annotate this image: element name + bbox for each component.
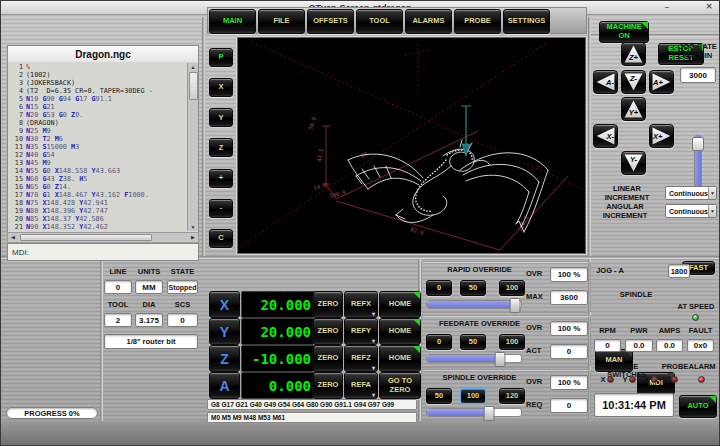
- slider-handle[interactable]: [692, 137, 704, 151]
- tab[interactable]: OFFSETS: [307, 9, 354, 34]
- tab[interactable]: FILE: [258, 9, 305, 34]
- gcode-file-panel: Dragon.ngc 1 % 2 (1002) 3 (JOKERSBACK) 4…: [7, 45, 199, 259]
- gcode-line[interactable]: 13 N45 M9: [9, 159, 186, 167]
- spindle-50-button[interactable]: 50: [426, 388, 452, 404]
- tab[interactable]: PROBE: [454, 9, 501, 34]
- tab[interactable]: MAIN: [209, 9, 256, 34]
- gcode-vertical-scrollbar[interactable]: ▲ ▼: [187, 63, 198, 231]
- gcode-line-text: (T2 D=6.35 CR=0. TAPER=30DEG -: [26, 87, 153, 95]
- axis-home-button[interactable]: GO TO ZERO: [379, 372, 421, 399]
- jog-a-minus-button[interactable]: A-: [593, 70, 618, 94]
- rapid-0-button[interactable]: 0: [426, 280, 452, 296]
- gcode-line[interactable]: 16 N65 G0 Z14.: [9, 183, 186, 191]
- view-button[interactable]: -: [209, 199, 233, 218]
- axis-home-button[interactable]: HOME: [379, 318, 421, 345]
- gcode-line[interactable]: 15 N60 G43 Z38. H5: [9, 175, 186, 183]
- spindle-100-button[interactable]: 100: [460, 388, 486, 404]
- scroll-up-icon[interactable]: ▲: [188, 63, 198, 71]
- slider-handle[interactable]: [484, 406, 495, 421]
- axis-home-button[interactable]: HOME: [379, 291, 421, 318]
- gcode-graphics-view[interactable]: 56.6 43.5 14.0 100.9 80 82.9 200.1: [237, 37, 586, 254]
- tool-value: 2: [104, 313, 132, 327]
- angular-increment-select[interactable]: Continuous ▼: [665, 204, 717, 218]
- scroll-down-icon[interactable]: ▼: [188, 223, 198, 231]
- rapid-50-button[interactable]: 50: [460, 280, 486, 296]
- tab[interactable]: ALARMS: [405, 9, 452, 34]
- axis-select-button[interactable]: A: [209, 372, 240, 399]
- axis-select-button[interactable]: Y: [209, 318, 240, 345]
- gcode-line[interactable]: 5 N10 G90 G94 G17 G91.1: [9, 95, 186, 103]
- view-button[interactable]: +: [209, 169, 233, 188]
- minimize-icon[interactable]: –: [661, 2, 673, 11]
- gcode-line[interactable]: 8 (DRAGON): [9, 119, 186, 127]
- jog-rate-value[interactable]: 3000: [680, 67, 716, 83]
- view-button[interactable]: X: [209, 78, 233, 97]
- machine-on-button[interactable]: MACHINE ON: [599, 21, 649, 43]
- jog-a-rate-value[interactable]: 1800: [668, 264, 690, 278]
- gcode-line[interactable]: 2 (1002): [9, 71, 186, 79]
- axis-ref-button[interactable]: REFA▾: [344, 372, 378, 399]
- gcode-line[interactable]: 9 N25 M9: [9, 127, 186, 135]
- jog-x-plus-button[interactable]: X+: [649, 124, 674, 148]
- feed-50-button[interactable]: 50: [460, 334, 486, 350]
- gcode-line[interactable]: 18 N75 X148.428 Y42.941: [9, 199, 186, 207]
- gcode-line[interactable]: 3 (JOKERSBACK): [9, 79, 186, 87]
- axis-zero-button[interactable]: ZERO: [313, 345, 343, 372]
- gcode-line[interactable]: 11 N35 S15000 M3: [9, 143, 186, 151]
- mdi-input[interactable]: MDI:: [7, 243, 199, 261]
- axis-ref-button[interactable]: REFZ▾: [344, 345, 378, 372]
- gcode-horizontal-scrollbar[interactable]: ◀ ▶: [7, 232, 199, 243]
- feed-0-button[interactable]: 0: [426, 334, 452, 350]
- spindle-override-slider[interactable]: [426, 408, 522, 417]
- gcode-line[interactable]: 10 N30 T2 M6: [9, 135, 186, 143]
- tab[interactable]: SETTINGS: [503, 9, 550, 34]
- linear-increment-select[interactable]: Continuous ▼: [665, 186, 717, 200]
- scrollbar-thumb[interactable]: [189, 72, 198, 100]
- gcode-line[interactable]: 6 N15 G21: [9, 103, 186, 111]
- feedrate-override-slider[interactable]: [426, 354, 522, 363]
- axis-ref-button[interactable]: REFY▾: [344, 318, 378, 345]
- scroll-left-icon[interactable]: ◀: [8, 233, 18, 241]
- jog-y-minus-button[interactable]: Y-: [621, 151, 646, 175]
- rapid-100-button[interactable]: 100: [499, 280, 525, 296]
- state-label: STATE: [167, 268, 198, 276]
- slider-handle[interactable]: [510, 298, 521, 313]
- axis-select-button[interactable]: X: [209, 291, 240, 318]
- axis-home-button[interactable]: HOME: [379, 345, 421, 372]
- slider-handle[interactable]: [495, 352, 506, 367]
- gcode-line[interactable]: 20 N85 X148.37 Y42.586: [9, 215, 186, 223]
- scroll-right-icon[interactable]: ▶: [188, 233, 198, 241]
- axis-zero-button[interactable]: ZERO: [313, 291, 343, 318]
- spindle-120-button[interactable]: 120: [499, 388, 525, 404]
- jog-z-minus-button[interactable]: Z-: [621, 70, 646, 94]
- scrollbar-thumb[interactable]: [20, 234, 152, 241]
- gcode-line[interactable]: 7 N20 G53 G0 Z0.: [9, 111, 186, 119]
- axis-select-button[interactable]: Z: [209, 345, 240, 372]
- rapid-override-slider[interactable]: [426, 300, 522, 309]
- axis-zero-button[interactable]: ZERO: [313, 372, 343, 399]
- jog-z-plus-button[interactable]: Z+: [621, 42, 646, 66]
- jog-y-plus-button[interactable]: Y+: [621, 97, 646, 121]
- view-button[interactable]: C: [209, 229, 233, 248]
- jog-x-minus-button[interactable]: X-: [593, 124, 618, 148]
- gcode-line[interactable]: 4 (T2 D=6.35 CR=0. TAPER=30DEG -: [9, 87, 186, 95]
- feed-100-button[interactable]: 100: [499, 334, 525, 350]
- gcode-line[interactable]: 1 %: [9, 63, 186, 71]
- view-button[interactable]: P: [209, 48, 233, 67]
- gcode-list[interactable]: 1 % 2 (1002) 3 (JOKERSBACK) 4 (T2 D=6.35…: [7, 62, 199, 234]
- gcode-line[interactable]: 14 N55 G0 X148.558 Y43.663: [9, 167, 186, 175]
- gcode-line[interactable]: 17 N70 G1 X148.467 Y43.162 F1000.: [9, 191, 186, 199]
- gcode-line[interactable]: 19 N80 X148.396 Y42.747: [9, 207, 186, 215]
- mode-auto-button[interactable]: AUTO: [679, 395, 717, 418]
- selected-value: Continuous: [666, 205, 708, 217]
- view-button[interactable]: Y: [209, 108, 233, 127]
- axis-zero-button[interactable]: ZERO: [313, 318, 343, 345]
- close-icon[interactable]: ✕: [703, 2, 715, 11]
- gcode-line[interactable]: 21 N90 X148.352 Y42.462: [9, 223, 186, 231]
- gcode-line[interactable]: 12 N40 G54: [9, 151, 186, 159]
- tab[interactable]: TOOL: [356, 9, 403, 34]
- view-button[interactable]: Z: [209, 138, 233, 157]
- dim-label: 14.0: [313, 182, 327, 191]
- jog-a-plus-button[interactable]: A+: [649, 70, 674, 94]
- axis-ref-button[interactable]: REFX▾: [344, 291, 378, 318]
